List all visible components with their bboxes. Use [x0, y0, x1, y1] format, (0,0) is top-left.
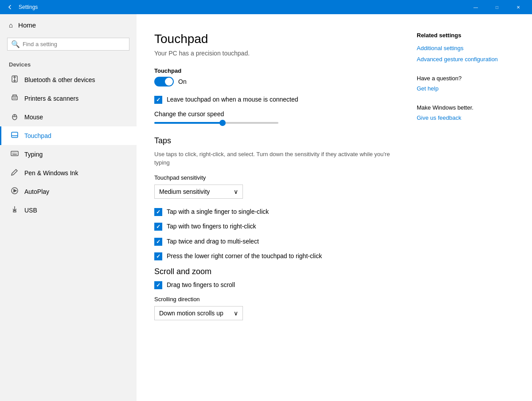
- sidebar: ⌂ Home 🔍 Devices Bluetooth & other devic…: [0, 14, 137, 401]
- tap-two-checkbox[interactable]: ✓: [154, 223, 162, 231]
- make-better-section: Make Windows better. Give us feedback: [417, 104, 514, 121]
- minimize-button[interactable]: —: [466, 0, 486, 14]
- sidebar-item-home[interactable]: ⌂ Home: [0, 14, 137, 36]
- autoplay-icon: [10, 187, 19, 197]
- svg-rect-4: [11, 151, 18, 156]
- make-better-title: Make Windows better.: [417, 104, 514, 111]
- leave-touchpad-label: Leave touchpad on when a mouse is connec…: [167, 95, 298, 104]
- autoplay-label: AutoPlay: [24, 188, 49, 195]
- tap-single-label: Tap with a single finger to single-click: [167, 208, 269, 216]
- touchpad-icon: [10, 131, 19, 141]
- back-button[interactable]: [4, 1, 16, 13]
- window-title: Settings: [19, 4, 466, 10]
- search-icon: 🔍: [11, 40, 20, 48]
- tap-two-row: ✓ Tap with two fingers to right-click: [154, 222, 390, 231]
- cursor-speed-slider[interactable]: [154, 122, 278, 124]
- bluetooth-icon: [10, 75, 19, 85]
- printer-icon: [10, 94, 19, 103]
- tap-corner-label: Press the lower right corner of the touc…: [167, 252, 322, 261]
- typing-label: Typing: [24, 151, 43, 158]
- sensitivity-label: Touchpad sensitivity: [154, 174, 390, 181]
- sensitivity-dropdown[interactable]: Medium sensitivity ∨: [154, 185, 243, 199]
- sidebar-item-printers[interactable]: Printers & scanners: [0, 89, 137, 108]
- feedback-link[interactable]: Give us feedback: [417, 114, 514, 121]
- titlebar: Settings — □ ✕: [0, 0, 532, 14]
- scrolling-direction-label: Scrolling direction: [154, 296, 390, 303]
- related-title: Related settings: [417, 32, 514, 39]
- svg-rect-3: [12, 132, 18, 138]
- typing-icon: [10, 149, 19, 159]
- advanced-gesture-link[interactable]: Advanced gesture configuration: [417, 56, 514, 63]
- related-settings-sidebar: Related settings Additional settings Adv…: [417, 32, 514, 329]
- close-button[interactable]: ✕: [508, 0, 528, 14]
- maximize-button[interactable]: □: [487, 0, 507, 14]
- touchpad-section-header: Touchpad: [154, 67, 390, 74]
- scrolling-direction-dropdown[interactable]: Down motion scrolls up ∨: [154, 306, 243, 320]
- slider-thumb[interactable]: [219, 120, 226, 126]
- touchpad-label: Touchpad: [24, 132, 51, 139]
- window-controls: — □ ✕: [466, 0, 528, 14]
- mouse-label: Mouse: [24, 114, 43, 121]
- toggle-label: On: [178, 78, 187, 85]
- cursor-speed-section: Change the cursor speed: [154, 110, 390, 124]
- taps-desc: Use taps to click, right-click, and sele…: [154, 150, 390, 167]
- check-icon: ✓: [156, 239, 160, 245]
- usb-icon: [10, 205, 19, 215]
- check-icon: ✓: [156, 282, 160, 288]
- chevron-down-icon: ∨: [234, 188, 238, 195]
- get-help-link[interactable]: Get help: [417, 85, 514, 92]
- home-icon: ⌂: [9, 21, 13, 29]
- sidebar-item-pen[interactable]: Pen & Windows Ink: [0, 164, 137, 182]
- sidebar-search[interactable]: 🔍: [7, 38, 129, 51]
- page-title: Touchpad: [154, 32, 390, 46]
- leave-touchpad-row: ✓ Leave touchpad on when a mouse is conn…: [154, 95, 390, 104]
- drag-scroll-label: Drag two fingers to scroll: [167, 281, 235, 290]
- tap-single-checkbox[interactable]: ✓: [154, 208, 162, 216]
- page-subtitle: Your PC has a precision touchpad.: [154, 50, 390, 57]
- cursor-speed-label: Change the cursor speed: [154, 110, 390, 118]
- check-icon: ✓: [156, 253, 160, 259]
- pen-icon: [10, 168, 19, 178]
- chevron-down-icon: ∨: [234, 310, 238, 317]
- app-body: ⌂ Home 🔍 Devices Bluetooth & other devic…: [0, 14, 532, 401]
- tap-corner-row: ✓ Press the lower right corner of the to…: [154, 252, 390, 261]
- tap-two-label: Tap with two fingers to right-click: [167, 222, 256, 231]
- printers-label: Printers & scanners: [24, 95, 78, 102]
- content-main: Touchpad Your PC has a precision touchpa…: [154, 32, 390, 329]
- pen-label: Pen & Windows Ink: [24, 169, 78, 177]
- mouse-icon: [10, 112, 19, 122]
- have-question-section: Have a question? Get help: [417, 75, 514, 92]
- touchpad-toggle-row: On: [154, 77, 390, 86]
- tap-double-label: Tap twice and drag to multi-select: [167, 237, 259, 246]
- drag-scroll-row: ✓ Drag two fingers to scroll: [154, 281, 390, 290]
- sensitivity-value: Medium sensitivity: [159, 188, 210, 195]
- svg-marker-6: [14, 189, 16, 192]
- tap-corner-checkbox[interactable]: ✓: [154, 252, 162, 260]
- bluetooth-label: Bluetooth & other devices: [24, 76, 95, 83]
- tap-single-row: ✓ Tap with a single finger to single-cli…: [154, 208, 390, 216]
- toggle-knob: [165, 78, 173, 86]
- content-area: Touchpad Your PC has a precision touchpa…: [137, 14, 532, 401]
- sidebar-item-bluetooth[interactable]: Bluetooth & other devices: [0, 71, 137, 89]
- search-input[interactable]: [23, 41, 125, 47]
- drag-scroll-checkbox[interactable]: ✓: [154, 281, 162, 289]
- sidebar-section-label: Devices: [0, 58, 137, 71]
- home-label: Home: [18, 21, 36, 29]
- have-question-title: Have a question?: [417, 75, 514, 82]
- checkbox-check-icon: ✓: [156, 97, 160, 103]
- sidebar-item-usb[interactable]: USB: [0, 201, 137, 220]
- leave-touchpad-checkbox[interactable]: ✓: [154, 96, 162, 104]
- check-icon: ✓: [156, 209, 160, 215]
- touchpad-toggle[interactable]: [154, 77, 174, 86]
- sidebar-item-autoplay[interactable]: AutoPlay: [0, 182, 137, 201]
- tap-double-checkbox[interactable]: ✓: [154, 238, 162, 246]
- taps-title: Taps: [154, 136, 390, 145]
- additional-settings-link[interactable]: Additional settings: [417, 45, 514, 51]
- sidebar-item-mouse[interactable]: Mouse: [0, 108, 137, 126]
- sidebar-item-touchpad[interactable]: Touchpad: [0, 126, 137, 145]
- tap-double-row: ✓ Tap twice and drag to multi-select: [154, 237, 390, 246]
- usb-label: USB: [24, 207, 37, 214]
- slider-fill: [154, 122, 223, 124]
- check-icon: ✓: [156, 224, 160, 230]
- sidebar-item-typing[interactable]: Typing: [0, 145, 137, 164]
